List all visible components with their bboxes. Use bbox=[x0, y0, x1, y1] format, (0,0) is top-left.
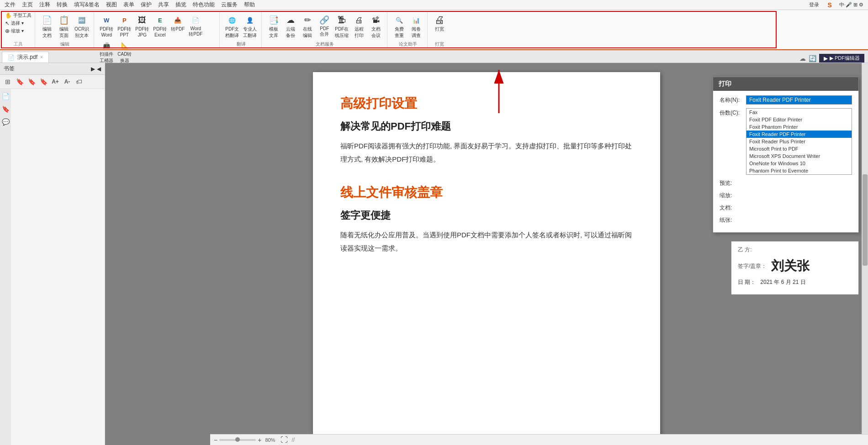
scrollbar-right[interactable] bbox=[862, 63, 868, 434]
template-button[interactable]: 📑 模板文库 bbox=[265, 14, 282, 40]
ribbon-group-docservice: 📑 模板文库 ☁ 云端备份 ✏ 在线编辑 🔗 PDF合并 🗜 PDF在 bbox=[263, 12, 387, 47]
printer-foxit-editor[interactable]: Foxit PDF Editor Printer bbox=[746, 116, 852, 123]
sidebar-panel-1[interactable]: 📄 bbox=[1, 92, 10, 101]
cad-button[interactable]: 📐 CAD转换器 bbox=[116, 39, 133, 65]
menu-item-protect[interactable]: 保护 bbox=[138, 0, 154, 10]
menu-item-view[interactable]: 视图 bbox=[103, 0, 120, 10]
printer-evernote[interactable]: Phantom Print to Evernote bbox=[746, 167, 852, 174]
fullscreen-icon[interactable]: ⛶ bbox=[281, 436, 288, 444]
print-name-row: 名称(N): Foxit Reader PDF Printer bbox=[720, 95, 852, 105]
ocr-button[interactable]: 🔤 OCR识别文本 bbox=[73, 14, 91, 40]
tab-close-button[interactable]: × bbox=[40, 55, 43, 60]
edit-page-button[interactable]: 📋 编辑页面 bbox=[56, 14, 72, 40]
printer-fax[interactable]: Fax bbox=[746, 109, 852, 116]
pdf-section-signature: 线上文件审核盖章 签字更便捷 随着无纸化办公应用普及。当遇到使用PDF文档中需要… bbox=[340, 184, 633, 255]
menu-item-file[interactable]: 文件 bbox=[2, 0, 18, 10]
menu-item-cloud[interactable]: 云服务 bbox=[218, 0, 240, 10]
pdf-area: 高级打印设置 解决常见的PDF打印难题 福昕PDF阅读器拥有强大的打印功能, 界… bbox=[105, 63, 868, 445]
remote-print-icon: 🖨 bbox=[354, 15, 365, 26]
print-doc-row: 文档: bbox=[720, 203, 852, 212]
print-zoom-row: 缩放: bbox=[720, 191, 852, 199]
menu-item-share[interactable]: 共享 bbox=[155, 0, 172, 10]
paper-survey-button[interactable]: 📊 阅卷调查 bbox=[408, 14, 424, 40]
sync-icon: 🔄 bbox=[809, 55, 816, 62]
survey-icon: 📊 bbox=[411, 15, 422, 26]
ribbon-group-print: 🖨 打宽 打宽 bbox=[429, 12, 450, 47]
scan-button[interactable]: 📠 扫描件工桶器 bbox=[98, 39, 115, 65]
word-to-pdf-button[interactable]: 📄 Word转PDF bbox=[187, 14, 204, 38]
pdf-to-excel-button[interactable]: E PDF转Excel bbox=[151, 14, 169, 38]
print-name-input[interactable]: Foxit Reader PDF Printer bbox=[746, 95, 852, 105]
edit-doc-button[interactable]: 📄 编辑文档 bbox=[39, 14, 55, 40]
print-button[interactable]: 🖨 打宽 bbox=[431, 14, 448, 33]
ribbon-group-convert: W PDF转Word P PDF转PPT 🖼 PDF转JPG E PDF转Exc… bbox=[95, 12, 220, 47]
pdf-compress-button[interactable]: 🗜 PDF在线压缩 bbox=[333, 14, 350, 40]
doc-meeting-button[interactable]: 📽 文档会议 bbox=[368, 14, 384, 40]
sidebar-tool-2[interactable]: 🔖 bbox=[15, 77, 25, 87]
remote-print-button[interactable]: 🖨 远程打印 bbox=[351, 14, 367, 40]
pdf-tab[interactable]: 📄 演示.pdf × bbox=[2, 52, 49, 63]
hand-tool-button[interactable]: ✋ 手型工具 bbox=[4, 12, 33, 19]
sidebar-tool-7[interactable]: 🏷 bbox=[74, 77, 84, 87]
printer-ms-pdf[interactable]: Microsoft Print to PDF bbox=[746, 145, 852, 152]
menu-item-convert[interactable]: 转换 bbox=[54, 0, 70, 10]
ribbon-group-paper: 🔍 免费查重 📊 阅卷调查 论文助手 bbox=[388, 12, 428, 47]
select-button[interactable]: ↖ 选择 ▾ bbox=[4, 20, 33, 27]
tab-bar-right: ☁ 🔄 ▶ ▶ PDF编辑器 bbox=[799, 54, 868, 63]
sidebar-collapse-icon[interactable]: ◀ bbox=[97, 66, 101, 72]
sidebar-panel-2[interactable]: 🔖 bbox=[1, 105, 10, 114]
pdf-to-word-button[interactable]: W PDF转Word bbox=[98, 14, 115, 38]
zoom-in-icon[interactable]: + bbox=[258, 436, 261, 444]
sidebar-tool-1[interactable]: ⊞ bbox=[3, 77, 13, 87]
to-pdf-button[interactable]: 📥 转PDF bbox=[169, 14, 186, 33]
menu-item-browse[interactable]: 插览 bbox=[173, 0, 189, 10]
zoom-button[interactable]: ⊕ 缩放 ▾ bbox=[4, 27, 33, 35]
pdf-excel-icon: E bbox=[154, 15, 165, 26]
sig-subtitle: 签字更便捷 bbox=[340, 209, 633, 222]
sidebar-expand-icon[interactable]: ▶ bbox=[91, 66, 95, 72]
print-section-title: 高级打印设置 bbox=[340, 95, 633, 112]
printer-ms-xps[interactable]: Microsoft XPS Document Writer bbox=[746, 152, 852, 160]
tab-label: 演示.pdf bbox=[17, 53, 37, 61]
sidebar-panel-3[interactable]: 💬 bbox=[1, 117, 10, 126]
printer-foxit-reader[interactable]: Foxit Reader PDF Printer bbox=[746, 131, 852, 138]
sidebar-icons: 📄 🔖 💬 bbox=[0, 89, 11, 445]
print-paper-label: 纸张: bbox=[720, 215, 742, 224]
pdf-editor-bar[interactable]: ▶ ▶ PDF编辑器 bbox=[819, 54, 864, 63]
pdf-merge-button[interactable]: 🔗 PDF合并 bbox=[316, 14, 333, 38]
scrollbar-thumb[interactable] bbox=[863, 174, 868, 266]
print-subtitle: 解决常见的PDF打印难题 bbox=[340, 120, 633, 133]
zoom-slider[interactable] bbox=[219, 439, 256, 441]
zoom-out-icon[interactable]: − bbox=[214, 436, 217, 444]
pdf-translate-button[interactable]: 🌐 PDF文档翻译 bbox=[223, 14, 241, 40]
printer-foxit-phantom[interactable]: Foxit Phantom Printer bbox=[746, 123, 852, 131]
print-icon: 🖨 bbox=[434, 15, 445, 26]
pro-translate-button[interactable]: 👤 专业人工翻译 bbox=[241, 14, 259, 40]
pdf-to-ppt-button[interactable]: P PDF转PPT bbox=[116, 14, 133, 38]
zoom-slider-thumb[interactable] bbox=[235, 437, 240, 442]
menu-item-sign[interactable]: 填写&签名 bbox=[71, 0, 102, 10]
menu-item-special[interactable]: 特色功能 bbox=[190, 0, 217, 10]
sidebar-title: 书签 bbox=[4, 65, 15, 73]
menu-item-form[interactable]: 表单 bbox=[121, 0, 137, 10]
menu-item-help[interactable]: 帮助 bbox=[241, 0, 258, 10]
sidebar-tool-4[interactable]: 🔖 bbox=[38, 77, 48, 87]
hand-icon: ✋ bbox=[5, 12, 12, 19]
menu-item-home[interactable]: 主页 bbox=[19, 0, 36, 10]
online-edit-button[interactable]: ✏ 在线编辑 bbox=[299, 14, 316, 40]
sidebar-tool-5[interactable]: A+ bbox=[50, 77, 60, 87]
plagiarism-check-button[interactable]: 🔍 免费查重 bbox=[391, 14, 408, 40]
cloud-backup-button[interactable]: ☁ 云端备份 bbox=[282, 14, 299, 40]
pdf-merge-icon: 🔗 bbox=[319, 15, 330, 26]
sidebar-tool-6[interactable]: A- bbox=[62, 77, 72, 87]
pdf-to-jpg-button[interactable]: 🖼 PDF转JPG bbox=[133, 14, 151, 38]
sidebar-tool-3[interactable]: 🔖 bbox=[26, 77, 37, 87]
printer-foxit-plus[interactable]: Foxit Reader Plus Printer bbox=[746, 138, 852, 145]
menu-item-annotation[interactable]: 注释 bbox=[37, 0, 53, 10]
sig-date-label: 日 期： bbox=[738, 278, 756, 286]
edit-doc-icon: 📄 bbox=[42, 15, 53, 26]
doc-meeting-icon: 📽 bbox=[370, 15, 381, 26]
resize-icon: // bbox=[291, 437, 295, 443]
login-button[interactable]: 登录 bbox=[806, 0, 822, 9]
printer-onenote[interactable]: OneNote for Windows 10 bbox=[746, 160, 852, 167]
